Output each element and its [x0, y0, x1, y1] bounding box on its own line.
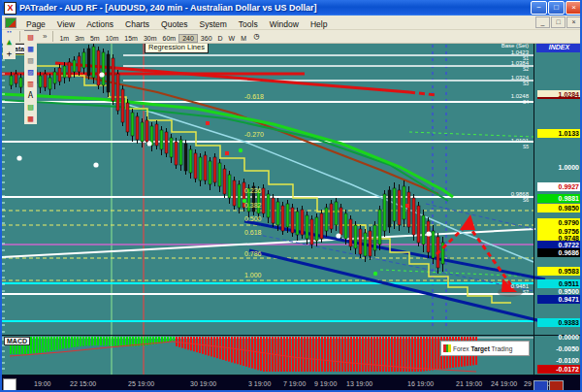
document-icon	[5, 17, 16, 28]
menu-tools[interactable]: Tools	[233, 19, 264, 29]
timeframe-5m[interactable]: 5m	[87, 35, 103, 42]
time-label: 9 19:00	[314, 380, 337, 387]
time-label: 3 19:00	[248, 380, 271, 387]
time-label: 7 19:00	[283, 380, 306, 387]
menu-charts[interactable]: Charts	[119, 19, 155, 29]
scroll-right-button[interactable]	[549, 380, 564, 391]
app-icon: X	[4, 2, 16, 15]
doc-close-button[interactable]: ×	[566, 16, 581, 28]
macd-scale--0.0172: -0.0172	[537, 365, 581, 374]
fib-label--0.270: -0.270	[244, 131, 264, 138]
price-scale-1.0284: 1.0284	[537, 90, 581, 99]
bands-tool-icon[interactable]: ▦	[24, 113, 37, 124]
time-label: 16 19:00	[407, 380, 434, 387]
time-label: 25 19:00	[128, 380, 154, 387]
pitchfork-icon[interactable]: ▧	[24, 54, 37, 66]
window-title: PATrader - AUD RF - [AUDUSD, 240 min - A…	[19, 3, 317, 13]
toolbar: ∞∴▲+ ↖╱╲═╬≤≡▤▦▧▨▥A▤▦ » 1m3m5m10m15m30m60…	[2, 29, 582, 44]
chart-canvas[interactable]	[2, 0, 582, 392]
fib-extension-icon[interactable]: ▦	[24, 43, 37, 54]
levels-tool-icon[interactable]: ▤	[24, 101, 37, 113]
timeframe-M[interactable]: M	[238, 35, 249, 42]
white-dot-marker	[16, 155, 21, 160]
white-dot-marker	[99, 72, 104, 77]
gann-lines-icon[interactable]: ▨	[24, 66, 37, 78]
price-scale-0.9383: 0.9383	[537, 318, 581, 327]
restore-button[interactable]: □	[548, 1, 565, 15]
timeframe-1m[interactable]: 1m	[56, 35, 72, 42]
doc-minimize-button[interactable]: _	[535, 16, 550, 28]
timeframe-60m[interactable]: 60m	[160, 35, 179, 42]
menu-window[interactable]: Window	[264, 19, 305, 29]
menu-bar: PageViewActionsChartsQuotesSystemToolsWi…	[2, 16, 582, 30]
red-square-marker	[225, 151, 229, 155]
white-dot-marker	[93, 162, 98, 167]
watermark-chart-icon	[443, 344, 451, 352]
pivot-sub-label: S4	[523, 99, 529, 105]
toolbar-separator	[52, 31, 53, 42]
menu-system[interactable]: System	[193, 19, 232, 29]
fib-retracement-icon[interactable]: ▤	[24, 31, 37, 43]
time-label: 19:00	[34, 380, 51, 387]
red-square-marker	[206, 121, 210, 125]
macd-scale-0.0000: 0.0000	[537, 333, 581, 342]
fib-label-0.786: 0.786	[244, 250, 262, 257]
andrews-icon[interactable]: ▥	[24, 78, 37, 89]
white-dot-marker	[146, 141, 151, 146]
doc-restore-button[interactable]: □	[551, 16, 566, 28]
price-scale-1.0000: 1.0000	[537, 163, 581, 172]
time-label: 13 19:00	[346, 380, 372, 387]
white-dot-marker	[426, 231, 431, 236]
timeframe-15m[interactable]: 15m	[121, 35, 141, 42]
green-dot-marker	[239, 148, 242, 152]
timeframe-W[interactable]: W	[226, 35, 239, 42]
menu-quotes[interactable]: Quotes	[155, 19, 193, 29]
fib-label-0.382: 0.382	[244, 202, 262, 209]
price-scale-1.0133: 1.0133	[537, 129, 581, 138]
price-scale-0.9471: 0.9471	[537, 295, 581, 304]
timeframe-D[interactable]: D	[215, 35, 226, 42]
forex-target-trading-watermark: Forex Target Trading	[440, 341, 530, 356]
fib-label-0.236: 0.236	[244, 187, 262, 194]
timeframe-360[interactable]: 360	[198, 35, 215, 42]
time-label: 30 19:00	[190, 380, 216, 387]
red-square-marker	[405, 204, 409, 208]
menu-view[interactable]: View	[51, 19, 81, 29]
axis-corner-box[interactable]	[3, 378, 16, 391]
timeframe-240[interactable]: 240	[178, 34, 198, 43]
price-scale-0.9850: 0.9850	[537, 204, 581, 212]
price-scale-0.9583: 0.9583	[537, 267, 581, 276]
text-tool-icon[interactable]: A	[24, 89, 37, 101]
chart-icon[interactable]: ▲	[3, 36, 16, 48]
patrader-window: X PATrader - AUD RF - [AUDUSD, 240 min -…	[0, 0, 582, 392]
macd-panel-label: MACD	[4, 337, 30, 345]
pivot-sub-label: S3	[523, 81, 529, 86]
pivot-sub-label: S2	[523, 66, 529, 72]
price-scale-0.9790: 0.9790	[537, 218, 581, 227]
price-scale-0.9927: 0.9927	[537, 182, 581, 191]
crosshair-icon[interactable]: +	[3, 48, 16, 59]
price-scale-0.9881: 0.9881	[537, 194, 581, 203]
fib-label-0.500: 0.500	[244, 215, 262, 222]
close-button[interactable]: ×	[566, 1, 582, 15]
pivot-sub-label: S7	[523, 289, 529, 295]
scroll-left-button[interactable]	[534, 380, 548, 391]
time-label: 24 19:00	[491, 380, 517, 387]
minimize-button[interactable]: −	[531, 1, 547, 15]
timeframe-3m[interactable]: 3m	[72, 35, 87, 42]
clock-icon[interactable]: ◷	[250, 30, 263, 42]
macd-scale--0.0050: -0.0050	[537, 344, 581, 353]
fib-label--0.618: -0.618	[244, 93, 264, 100]
time-label: 21 19:00	[456, 380, 482, 387]
scale-divider	[534, 43, 534, 376]
price-scale-0.9686: 0.9686	[537, 248, 581, 257]
index-scale-header[interactable]: INDEX	[536, 43, 582, 52]
timeframe-10m[interactable]: 10m	[103, 35, 122, 42]
menu-help[interactable]: Help	[305, 19, 333, 29]
menu-actions[interactable]: Actions	[81, 19, 119, 29]
toolbar-overflow-chevron[interactable]: »	[40, 32, 49, 41]
macd-scale--0.0100: -0.0100	[537, 356, 581, 365]
green-dot-marker	[373, 272, 377, 276]
timeframe-30m[interactable]: 30m	[141, 35, 160, 42]
menu-page[interactable]: Page	[20, 19, 51, 29]
